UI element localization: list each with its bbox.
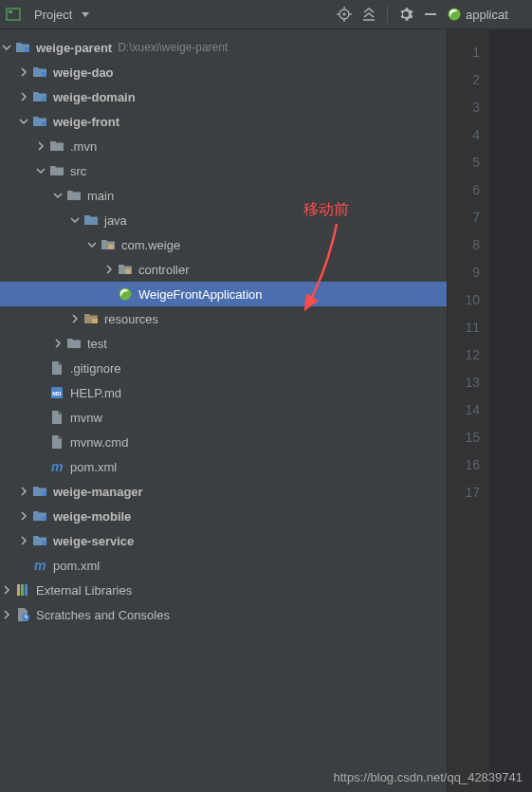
tree-item-label: weige-domain [53,90,136,104]
chevron-down-icon[interactable] [17,115,30,128]
line-number: 16 [448,451,489,478]
file-icon [49,434,64,450]
tree-item-path: D:\xuexi\weige-parent [118,41,228,54]
editor-tab-label: applicat [466,8,508,22]
line-number: 11 [448,313,489,341]
project-dropdown-icon[interactable] [82,12,89,17]
chevron-right-icon[interactable] [0,583,13,597]
chevron-right-icon[interactable] [51,337,64,350]
svg-rect-13 [42,121,46,126]
locate-icon[interactable] [334,4,355,25]
line-number: 2 [448,65,489,93]
tree-row[interactable]: weige-domain [0,84,447,109]
chevron-right-icon[interactable] [17,485,30,498]
chevron-right-icon[interactable] [34,139,47,153]
line-number: 13 [448,368,489,396]
folder-icon [49,138,64,154]
tree-item-label: External Libraries [36,583,132,598]
tree-item-label: HELP.md [70,386,121,400]
line-number: 15 [448,423,489,451]
chevron-down-icon[interactable] [85,238,99,251]
minimize-icon[interactable] [420,4,441,25]
tree-row[interactable]: test [0,331,447,356]
line-number: 5 [448,148,489,175]
chevron-down-icon[interactable] [34,164,47,177]
tree-row[interactable]: weige-service [0,528,447,553]
chevron-down-icon[interactable] [68,213,82,227]
tree-item-label: Scratches and Consoles [36,608,170,622]
gear-icon[interactable] [395,4,416,25]
tree-row[interactable]: .gitignore [0,356,447,380]
tree-row[interactable]: mpom.xml [0,454,447,479]
tree-row[interactable]: Scratches and Consoles [0,602,447,627]
project-view-icon [6,7,21,22]
tree-item-label: test [87,337,107,351]
svg-rect-10 [25,47,29,52]
line-number: 3 [448,93,489,120]
chevron-right-icon[interactable] [68,312,82,325]
tree-item-label: resources [104,312,158,326]
line-number: 4 [448,120,489,148]
chevron-right-icon[interactable] [17,534,30,547]
tree-item-label: com.weige [121,238,180,252]
tree-item-label: weige-dao [53,65,114,80]
tree-row[interactable]: com.weige [0,232,447,257]
module-icon [15,40,30,55]
maven-icon: m [49,459,64,474]
module-icon [32,533,47,548]
tree-row[interactable]: mvnw [0,405,447,430]
tree-row[interactable]: weige-parentD:\xuexi\weige-parent [0,35,447,60]
scratch-icon [15,607,30,622]
arrow-placeholder [34,361,47,375]
editor-gutter: 1234567891011121314151617 [448,0,490,792]
tree-row[interactable]: weige-mobile [0,504,447,528]
tree-row[interactable]: WeigeFrontApplication [0,282,447,306]
tree-row[interactable]: java [0,208,447,232]
chevron-right-icon[interactable] [102,263,116,276]
svg-rect-17 [92,319,98,323]
tree-row[interactable]: mvnw.cmd [0,430,447,454]
tree-row[interactable]: weige-front [0,109,447,134]
collapse-all-icon[interactable] [358,4,379,25]
tree-item-label: java [104,213,127,228]
svg-rect-1 [9,10,12,13]
src-folder-icon [83,212,99,228]
chevron-right-icon[interactable] [17,65,30,79]
chevron-down-icon[interactable] [0,41,13,54]
chevron-right-icon[interactable] [17,509,30,523]
tree-row[interactable]: src [0,158,447,183]
tree-row[interactable]: weige-manager [0,479,447,504]
editor-tab[interactable]: applicat [439,0,532,29]
tree-row[interactable]: resources [0,306,447,331]
chevron-right-icon[interactable] [17,90,30,103]
spring-class-icon [118,286,133,302]
tree-item-label: weige-service [53,534,134,548]
tree-row[interactable]: .mvn [0,134,447,158]
file-icon [49,410,64,425]
tree-row[interactable]: controller [0,257,447,282]
tree-item-label: weige-mobile [53,509,131,524]
line-number: 12 [448,341,489,368]
svg-rect-9 [425,13,436,15]
tree-row[interactable]: main [0,183,447,208]
svg-point-7 [343,13,346,16]
module-icon [32,114,47,129]
spring-file-icon [447,7,462,22]
chevron-down-icon[interactable] [51,189,64,202]
tree-row[interactable]: External Libraries [0,578,447,602]
tree-item-label: mvnw [70,411,102,425]
tree-item-label: WeigeFrontApplication [138,287,263,302]
tree-row[interactable]: MDHELP.md [0,380,447,405]
chevron-right-icon[interactable] [0,608,13,621]
arrow-placeholder [34,435,47,449]
project-title[interactable]: Project [34,8,72,22]
maven-icon: m [32,558,47,573]
folder-icon [66,336,82,351]
line-number: 17 [448,478,489,506]
line-number: 8 [448,230,489,258]
tree-row[interactable]: weige-dao [0,60,447,84]
tree-row[interactable]: mpom.xml [0,553,447,578]
module-icon [32,64,47,80]
project-toolbar: Project [0,0,447,29]
project-tree[interactable]: weige-parentD:\xuexi\weige-parentweige-d… [0,29,447,792]
